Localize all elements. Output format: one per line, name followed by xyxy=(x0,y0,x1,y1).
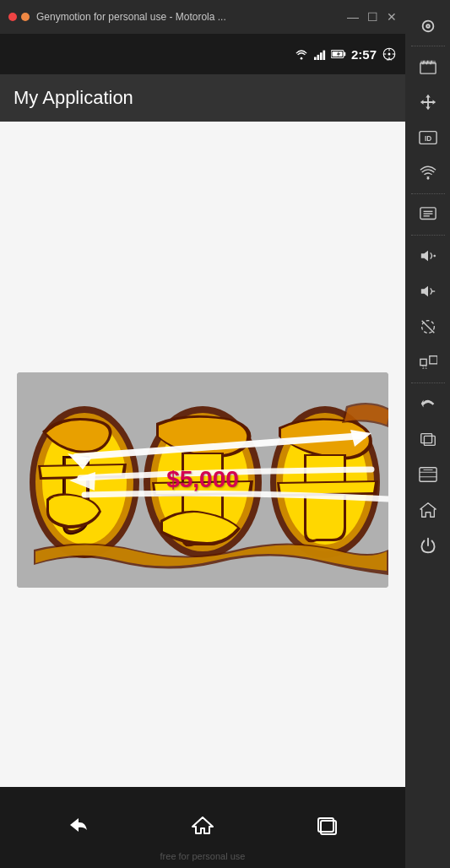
image-card: $5,000 xyxy=(17,372,388,588)
price-label: $5,000 xyxy=(166,466,239,493)
id-sidebar-button[interactable]: ID xyxy=(409,121,447,155)
sidebar-divider-3 xyxy=(411,235,445,236)
gps-icon: GPS xyxy=(382,46,397,62)
window-title: Genymotion for personal use - Motorola .… xyxy=(36,11,340,23)
svg-rect-50 xyxy=(429,356,436,364)
app-title: My Application xyxy=(14,87,133,109)
svg-point-31 xyxy=(427,25,429,27)
status-time: 2:57 xyxy=(351,47,377,62)
home-nav-button[interactable] xyxy=(177,808,228,847)
svg-text:1:1: 1:1 xyxy=(421,366,427,370)
watermark-text: free for personal use xyxy=(0,851,405,861)
svg-text:GPS: GPS xyxy=(387,58,392,62)
svg-rect-1 xyxy=(314,57,317,61)
sidebar-divider-1 xyxy=(411,46,445,46)
svg-rect-53 xyxy=(424,436,435,445)
svg-rect-6 xyxy=(344,52,345,57)
dot-red xyxy=(8,13,17,21)
recents-nav-button[interactable] xyxy=(301,808,352,847)
nav-bar: free for personal use xyxy=(0,787,405,868)
svg-rect-3 xyxy=(320,52,323,60)
wifi-sidebar-button[interactable] xyxy=(409,156,447,190)
signal-icon xyxy=(314,48,326,60)
battery-icon xyxy=(331,48,346,60)
camera-sidebar-button[interactable] xyxy=(409,8,447,42)
back-sidebar-button[interactable] xyxy=(409,387,447,420)
svg-rect-4 xyxy=(323,51,325,60)
title-bar: Genymotion for personal use - Motorola .… xyxy=(0,0,405,34)
sidebar: ID xyxy=(405,0,450,868)
volume-down-sidebar-button[interactable] xyxy=(409,274,447,308)
sidebar-divider-4 xyxy=(411,382,445,383)
menu-sidebar-button[interactable] xyxy=(409,458,447,491)
svg-rect-49 xyxy=(420,359,426,365)
window-dots xyxy=(8,13,30,21)
scale-sidebar-button[interactable]: 1:1 xyxy=(409,345,447,379)
sidebar-divider-2 xyxy=(411,193,445,194)
dot-orange xyxy=(21,13,30,21)
close-button[interactable]: ✕ xyxy=(387,10,397,24)
svg-point-0 xyxy=(301,57,303,60)
window-controls[interactable]: — ☐ ✕ xyxy=(347,10,397,24)
svg-rect-52 xyxy=(420,434,431,443)
wifi-status-icon xyxy=(294,48,309,60)
svg-rect-32 xyxy=(420,62,435,73)
app-header: My Application xyxy=(0,74,405,122)
svg-rect-2 xyxy=(317,55,319,60)
chat-sidebar-button[interactable] xyxy=(409,198,447,231)
svg-point-13 xyxy=(388,53,391,56)
maximize-button[interactable]: ☐ xyxy=(367,10,378,24)
recents-sidebar-button[interactable] xyxy=(409,422,447,456)
svg-point-39 xyxy=(426,177,429,180)
content-area: $5,000 xyxy=(0,122,405,787)
minimize-button[interactable]: — xyxy=(347,10,359,24)
move-sidebar-button[interactable] xyxy=(409,85,447,119)
home-sidebar-button[interactable] xyxy=(409,493,447,527)
svg-text:ID: ID xyxy=(424,135,431,143)
video-sidebar-button[interactable] xyxy=(409,50,447,84)
volume-up-sidebar-button[interactable] xyxy=(409,239,447,273)
rotate-sidebar-button[interactable] xyxy=(409,310,447,344)
back-nav-button[interactable] xyxy=(53,808,104,847)
power-sidebar-button[interactable] xyxy=(409,529,447,562)
status-bar: 2:57 GPS xyxy=(0,34,405,74)
